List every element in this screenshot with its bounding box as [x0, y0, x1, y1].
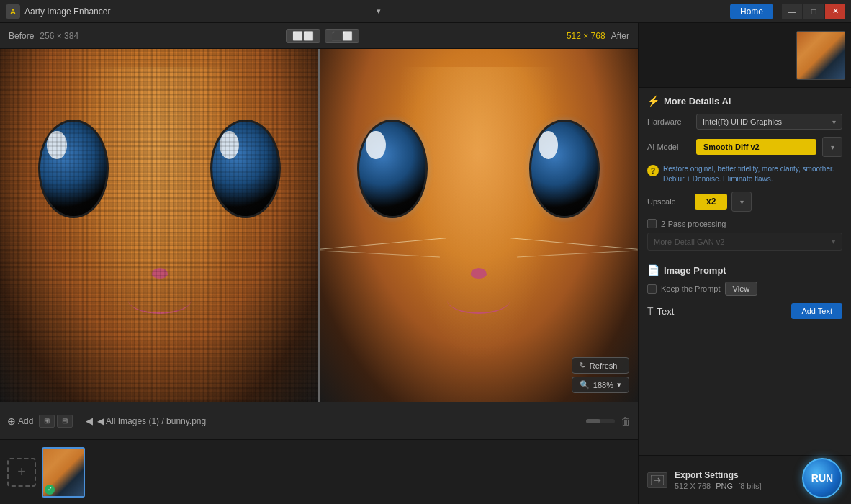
progress-area — [586, 419, 615, 423]
preview-thumbnail — [796, 31, 845, 80]
dropdown-arrow[interactable]: ▾ — [377, 6, 381, 16]
overlay-button[interactable]: ⬛⬜ — [325, 29, 359, 43]
view-mode-buttons: ⊞ ⊟ — [39, 415, 73, 428]
image-topbar: Before 256 × 384 ⬜⬜ ⬛⬜ 512 × 768 After — [0, 23, 638, 49]
add-thumbnail-button[interactable]: + — [7, 458, 36, 487]
settings-panel: ⚡ More Details AI Hardware Intel(R) UHD … — [639, 88, 851, 455]
preview-thumbnail-area — [639, 23, 851, 88]
text-icon: T — [647, 305, 654, 317]
comparison-divider[interactable] — [318, 49, 320, 402]
cat-nose — [151, 268, 167, 279]
window-controls: — □ ✕ — [782, 4, 845, 19]
upscale-row: Upscale x2 ▾ — [647, 192, 842, 212]
ai-model-row: AI Model Smooth Diff v2 ▾ — [647, 137, 842, 157]
disabled-model-select: More-Detail GAN v2 ▾ — [647, 233, 842, 251]
export-bar: Export Settings 512 X 768 PNG [8 bits] ⟪… — [639, 455, 851, 504]
add-image-button[interactable]: ⊕ Add — [7, 415, 33, 427]
upscale-button[interactable]: x2 — [695, 194, 727, 210]
refresh-icon: ↻ — [580, 361, 586, 370]
home-button[interactable]: Home — [730, 4, 773, 19]
filmstrip-bar: ⊕ Add ⊞ ⊟ ◀ ◀ All Images (1) / bunny.png… — [0, 402, 638, 439]
chevron-down-icon: ▾ — [831, 143, 834, 151]
help-row: ? Restore original, better fidelity, mor… — [647, 164, 842, 184]
app-title: Aarty Image Enhancer — [24, 6, 374, 17]
thumbnail-item[interactable]: ✓ — [42, 447, 85, 498]
plus-icon: ⊕ — [7, 415, 16, 427]
document-icon: 📄 — [647, 264, 659, 276]
close-button[interactable]: ✕ — [825, 4, 845, 19]
keep-prompt-checkbox[interactable] — [647, 284, 657, 294]
after-label: After — [611, 31, 629, 41]
text-label: T Text — [647, 305, 674, 317]
after-image — [319, 49, 638, 402]
grid-view-button[interactable]: ⊞ — [39, 415, 55, 428]
image-prompt-section: 📄 Image Prompt Keep the Prompt View — [647, 264, 842, 296]
right-panel: ⚡ More Details AI Hardware Intel(R) UHD … — [639, 23, 851, 504]
upscale-dropdown[interactable]: ▾ — [731, 192, 752, 212]
zoom-button[interactable]: 🔍 188% ▾ — [572, 377, 629, 393]
back-button[interactable]: ◀ — [86, 415, 93, 426]
progress-bar-track — [586, 419, 615, 423]
run-button[interactable]: RUN — [802, 458, 842, 498]
image-canvas: ↻ Refresh 🔍 188% ▾ — [0, 49, 638, 402]
cat-left-eye — [38, 120, 108, 218]
enhance-icon: ⚡ — [647, 95, 659, 107]
left-panel: Before 256 × 384 ⬜⬜ ⬛⬜ 512 × 768 After — [0, 23, 639, 504]
list-view-button[interactable]: ⊟ — [57, 415, 73, 428]
chevron-down-icon: ▾ — [617, 380, 621, 390]
add-text-button[interactable]: Add Text — [791, 303, 842, 319]
refresh-button[interactable]: ↻ Refresh — [572, 357, 629, 374]
hardware-row: Hardware Intel(R) UHD Graphics ▾ — [647, 114, 842, 130]
ai-model-dropdown[interactable]: ▾ — [822, 137, 842, 157]
titlebar: A Aarty Image Enhancer ▾ Home — □ ✕ — [0, 0, 851, 23]
after-size-label: 512 × 768 — [567, 31, 605, 41]
cat-right-eye — [210, 120, 280, 218]
text-section: T Text Add Text — [647, 303, 842, 319]
hardware-select[interactable]: Intel(R) UHD Graphics ▾ — [696, 114, 842, 130]
two-pass-checkbox[interactable] — [647, 219, 657, 228]
app-icon: A — [6, 4, 20, 19]
side-by-side-button[interactable]: ⬜⬜ — [286, 29, 320, 43]
minimize-button[interactable]: — — [782, 4, 802, 19]
thumbnail-check-icon: ✓ — [45, 485, 55, 495]
before-label: Before — [9, 31, 34, 41]
thumbnail-strip: + ✓ — [0, 439, 638, 504]
cat-mouth — [127, 285, 192, 313]
before-size-label: 256 × 384 — [40, 31, 78, 41]
chevron-down-icon: ▾ — [740, 198, 744, 206]
main-layout: Before 256 × 384 ⬜⬜ ⬛⬜ 512 × 768 After — [0, 23, 851, 504]
more-details-section-title: ⚡ More Details AI — [647, 95, 842, 107]
view-prompt-button[interactable]: View — [725, 282, 758, 296]
delete-button[interactable]: 🗑 — [621, 415, 631, 427]
two-pass-row: 2-Pass processing — [647, 219, 842, 228]
divider-controls: ⬜⬜ ⬛⬜ — [286, 29, 359, 43]
help-icon: ? — [647, 165, 659, 176]
before-image — [0, 49, 319, 402]
separator — [647, 258, 842, 258]
keep-prompt-row: Keep the Prompt View — [647, 282, 842, 296]
breadcrumb-nav: ◀ ◀ All Images (1) / bunny.png — [78, 415, 580, 426]
ai-model-button[interactable]: Smooth Diff v2 — [696, 139, 816, 155]
maximize-button[interactable]: □ — [803, 4, 824, 19]
chevron-down-icon: ▾ — [832, 118, 836, 126]
breadcrumb-text: ◀ All Images (1) / bunny.png — [97, 416, 206, 426]
zoom-icon: 🔍 — [580, 380, 590, 390]
export-icon — [647, 472, 667, 488]
image-overlay-controls: ↻ Refresh 🔍 188% ▾ — [572, 357, 629, 393]
chevron-down-icon: ▾ — [832, 237, 836, 246]
image-prompt-title: 📄 Image Prompt — [647, 264, 842, 276]
